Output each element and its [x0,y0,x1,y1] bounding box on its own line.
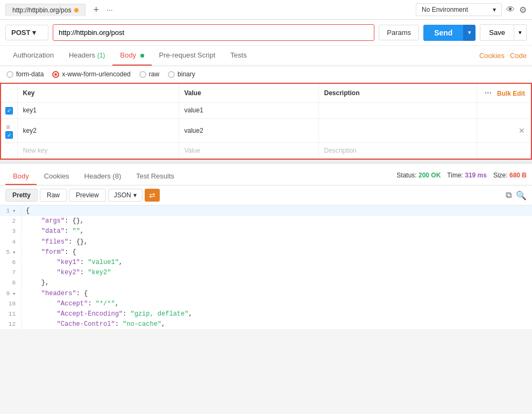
tab-headers-label: Headers [69,51,97,59]
radio-raw[interactable]: raw [139,70,159,78]
tab-tests[interactable]: Tests [223,46,254,66]
time-label: Time: 319 ms [447,172,487,179]
code-content-1: { [26,206,532,216]
browser-tab[interactable]: http://httpbin.org/pos [5,4,86,16]
radio-urlencoded-label: x-www-form-urlencoded [62,70,130,78]
send-dropdown-arrow[interactable]: ▾ [463,25,476,41]
radio-urlencoded-circle [52,71,59,78]
newrow-key-cell[interactable]: New key [17,143,179,159]
response-status: Status: 200 OK Time: 319 ms Size: 680 B [396,172,527,182]
row2-delete-button[interactable]: ✕ [519,126,525,135]
resp-tab-test-results[interactable]: Test Results [129,168,182,185]
newrow-checkbox-cell [1,143,17,159]
row1-checkbox-cell[interactable]: ✓ [1,103,17,119]
row2-value-cell[interactable]: value2 [179,118,318,143]
row1-key-cell[interactable]: key1 [17,103,179,119]
code-line-6: 6 "key1": "value1", [0,258,532,268]
col-checkbox [1,84,17,103]
row1-checkbox[interactable]: ✓ [5,107,13,115]
headers-badge: (1) [97,52,105,59]
newrow-desc-cell[interactable]: Description [318,143,477,159]
tab-prerequest-label: Pre-request Script [159,51,216,59]
format-bar: Pretty Raw Preview JSON ▾ ⇄ ⧉ 🔍 [0,185,532,205]
fmt-pretty-button[interactable]: Pretty [5,189,38,202]
save-dropdown-arrow[interactable]: ▾ [514,24,527,41]
radio-raw-circle [139,71,146,78]
settings-icon-button[interactable]: ⚙ [519,5,527,15]
code-line-12: 12 "Cache-Control": "no-cache", [0,319,532,329]
code-content-9: "headers": { [26,289,532,299]
env-dropdown[interactable]: No Environment ▾ [416,3,502,16]
nav-tabs: Authorization Headers (1) Body Pre-reque… [0,46,532,66]
code-line-1: 1 ▾ { [0,206,532,216]
row1-desc-cell[interactable] [318,103,477,119]
line-num-4: 4 [0,237,22,247]
send-button[interactable]: Send [423,25,463,41]
code-line-9: 9 ▾ "headers": { [0,289,532,299]
newrow-value-cell[interactable]: Value [179,143,318,159]
resp-tab-headers[interactable]: Headers (8) [77,168,129,185]
tab-prerequest[interactable]: Pre-request Script [152,46,223,66]
env-chevron: ▾ [493,6,496,13]
line-num-9: 9 ▾ [0,289,22,299]
url-input[interactable] [53,24,374,41]
search-icon-button[interactable]: 🔍 [516,190,527,201]
fmt-preview-button[interactable]: Preview [69,189,106,202]
code-content-12: "Cache-Control": "no-cache", [26,319,532,329]
method-dropdown[interactable]: POST ▾ [5,25,48,40]
code-line-3: 3 "data": "", [0,226,532,237]
status-label: Status: 200 OK [396,172,441,179]
cookies-link[interactable]: Cookies [479,52,505,60]
row2-checkbox[interactable]: ✓ [5,131,13,139]
body-type-bar: form-data x-www-form-urlencoded raw bina… [0,66,532,83]
radio-form-data-circle [6,71,13,78]
radio-raw-label: raw [149,70,159,78]
fmt-raw-button[interactable]: Raw [40,189,67,202]
bulk-edit-link[interactable]: Bulk Edit [497,90,525,97]
row1-value-cell[interactable]: value1 [179,103,318,119]
code-line-7: 7 "key2": "key2" [0,268,532,278]
radio-urlencoded[interactable]: x-www-form-urlencoded [52,70,130,78]
resp-tab-cookies[interactable]: Cookies [37,168,77,185]
line-num-6: 6 [0,258,22,268]
fmt-right-actions: ⧉ 🔍 [506,190,527,201]
resp-tab-body[interactable]: Body [5,168,37,185]
line-num-10: 10 [0,299,22,309]
code-content-4: "files": {}, [26,237,532,247]
more-icon[interactable]: ··· [485,88,492,97]
params-button[interactable]: Params [379,25,419,40]
wrap-button[interactable]: ⇄ [145,189,160,202]
line-num-11: 11 [0,309,22,319]
drag-handle[interactable]: ≡ [6,123,10,131]
code-line-4: 4 "files": {}, [0,237,532,247]
new-tab-button[interactable]: + [90,4,102,16]
code-link[interactable]: Code [510,52,527,60]
eye-icon-button[interactable]: 👁 [506,5,515,15]
radio-form-data[interactable]: form-data [6,70,44,78]
row2-key-cell[interactable]: key2 [17,118,179,143]
nav-right-links: Cookies Code [479,52,527,60]
tab-url: http://httpbin.org/pos [12,6,71,14]
copy-icon-button[interactable]: ⧉ [506,190,512,201]
code-content-8: }, [26,278,532,288]
top-bar: http://httpbin.org/pos + ··· No Environm… [0,0,532,20]
tab-authorization[interactable]: Authorization [5,46,61,66]
row2-desc-cell[interactable] [318,118,477,143]
code-view[interactable]: 1 ▾ { 2 "args": {}, 3 "data": "", 4 "fil… [0,205,532,329]
row2-checkbox-cell[interactable]: ≡ ✓ [1,118,17,143]
save-button[interactable]: Save [480,24,514,41]
tab-dot [74,8,79,12]
send-button-group: Send ▾ [423,25,476,41]
row1-actions-cell [477,103,531,119]
tab-headers[interactable]: Headers (1) [61,46,112,66]
radio-binary[interactable]: binary [168,70,195,78]
fmt-format-dropdown[interactable]: JSON ▾ [108,189,143,202]
method-label: POST [11,28,30,37]
col-actions: ··· Bulk Edit [477,84,531,103]
tab-authorization-label: Authorization [13,51,54,59]
code-line-11: 11 "Accept-Encoding": "gzip, deflate", [0,309,532,319]
tab-body[interactable]: Body [112,46,151,66]
code-line-2: 2 "args": {}, [0,216,532,226]
line-num-1: 1 ▾ [0,206,22,216]
more-tabs-button[interactable]: ··· [107,5,113,14]
